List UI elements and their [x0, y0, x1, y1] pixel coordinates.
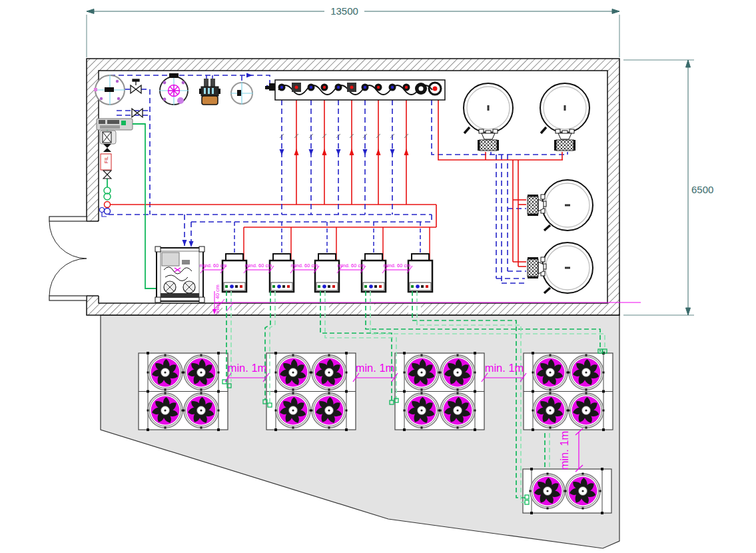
- outdoor-unit-group-3: [395, 352, 484, 431]
- min-1m-label: min. 1m: [485, 362, 524, 374]
- outdoor-unit-group-4: [524, 352, 613, 431]
- outdoor-unit-group-2: [266, 352, 356, 431]
- small-pump: [230, 82, 253, 105]
- min-1m-vertical-label: min. 1m: [558, 431, 570, 470]
- double-door: [49, 217, 87, 300]
- dimension-width-label: 13500: [330, 5, 358, 17]
- dimension-height-label: 6500: [691, 184, 713, 195]
- heat-pump-unit: [408, 254, 432, 292]
- heat-pump-unit: [315, 254, 339, 292]
- heat-pump-unit: [270, 254, 294, 292]
- heat-pump-unit: [222, 254, 246, 292]
- drawing-svg: 13500 6500: [0, 0, 756, 553]
- clearance-60-label: mind. 60 cm: [245, 263, 272, 269]
- min-1m-label: min. 1m: [356, 362, 395, 374]
- outdoor-unit-group-5: [523, 468, 611, 514]
- clearance-60-label: mind. 60 cm: [291, 263, 318, 269]
- outdoor-unit-group-1: [139, 352, 228, 431]
- heat-pump-unit: [362, 254, 386, 292]
- distribution-manifold: [265, 80, 445, 100]
- clearance-40-label: mind. 40 cm: [214, 284, 220, 314]
- wall-unit: [97, 119, 133, 130]
- min-1m-label: min. 1m: [228, 362, 267, 374]
- clearance-60-label: mind. 60 cm: [200, 263, 227, 269]
- clearance-60-label: mind. 60 cm: [384, 263, 411, 269]
- dimension-height: 6500: [623, 60, 713, 315]
- clearance-60-label: mind. 60 cm: [338, 263, 365, 269]
- dimension-width: 13500: [87, 5, 619, 57]
- detailed-heat-pump-unit: [155, 247, 204, 302]
- filter-label: FIL: [104, 157, 109, 163]
- plant-room-drawing: 13500 6500: [0, 0, 756, 553]
